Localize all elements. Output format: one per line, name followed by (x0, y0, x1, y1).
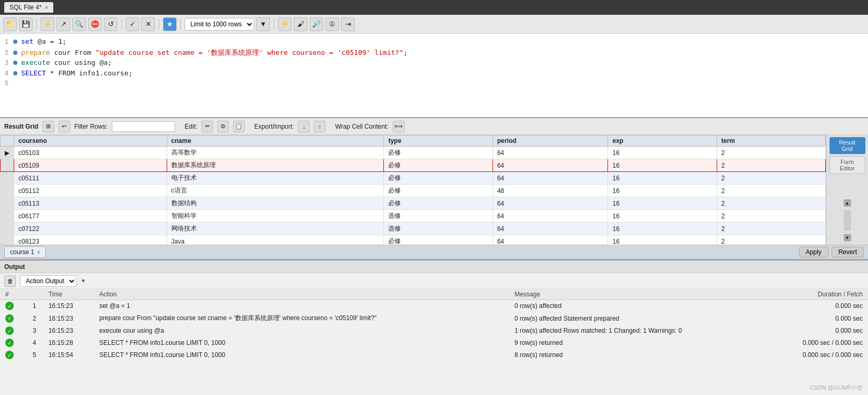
form-editor-panel-btn[interactable]: Form Editor (830, 156, 865, 174)
edit-paste-btn[interactable]: 📋 (233, 121, 245, 132)
title-tab-close[interactable]: × (45, 4, 48, 11)
output-row-time: 16:15:28 (43, 337, 94, 349)
output-clear-btn[interactable]: 🗑 (4, 275, 16, 287)
line-dot (12, 51, 19, 55)
code-content: prepare cour From "update course set cna… (19, 48, 408, 57)
output-col-action: Action (94, 289, 509, 300)
revert-button[interactable]: Revert (832, 247, 864, 257)
code-line: 2prepare cour From "update course set cn… (0, 47, 868, 58)
output-row-action: execute cour using @a (94, 325, 509, 337)
output-row-num: 2 (27, 312, 43, 325)
output-row-message: 8 row(s) returned (509, 349, 766, 361)
output-section: Output 🗑 Action Output ▼ # Time Action M… (0, 259, 868, 395)
output-row: ✓416:15:28SELECT * FROM info1.course LIM… (0, 337, 868, 349)
table-row[interactable]: ▶c05103高等数学必修64162 (1, 147, 826, 159)
table-row[interactable]: c05109数据库系统原理必修64162 (1, 159, 826, 172)
table-cell: 必修 (384, 172, 493, 185)
filter-input[interactable] (112, 121, 175, 132)
num-btn[interactable]: ① (325, 17, 339, 31)
output-table: # Time Action Message Duration / Fetch ✓… (0, 289, 868, 361)
course-tab[interactable]: course 1 × (4, 246, 46, 258)
cursor-btn[interactable]: ↗ (56, 17, 70, 31)
table-cell: 必修 (384, 235, 493, 245)
table-row[interactable]: c05111电子技术必修64162 (1, 172, 826, 185)
table-cell: 2 (717, 172, 825, 185)
grid-view-btn[interactable]: ⊞ (43, 121, 54, 132)
result-grid-panel-btn[interactable]: Result Grid (830, 137, 865, 154)
action-output-select[interactable]: Action Output (20, 275, 76, 287)
row-arrow-cell: ▶ (1, 147, 14, 159)
brush-btn[interactable]: 🖌 (294, 17, 307, 31)
output-table-container[interactable]: # Time Action Message Duration / Fetch ✓… (0, 289, 868, 395)
refresh-btn[interactable]: ↺ (104, 17, 118, 31)
output-row: ✓516:15:54SELECT * FROM info1.course LIM… (0, 349, 868, 361)
table-cell: 必修 (384, 147, 493, 159)
title-tab-label: SQL File 4* (9, 4, 42, 11)
edit-pencil-btn[interactable]: ✏ (201, 121, 213, 132)
scroll-down-btn[interactable]: ▼ (844, 234, 851, 242)
table-cell: c05113 (14, 197, 167, 210)
line-dot (12, 40, 19, 44)
code-editor[interactable]: 1set @a = 1;2prepare cour From "update c… (0, 34, 868, 118)
export-btn[interactable]: ⇥ (341, 17, 355, 31)
table-row[interactable]: c05113数据结构必修64162 (1, 197, 826, 210)
table-cell: 选修 (384, 210, 493, 223)
stop-btn[interactable]: ⛔ (88, 17, 102, 31)
save-btn[interactable]: 💾 (19, 17, 33, 31)
dropdown-btn[interactable]: ▼ (256, 17, 270, 31)
export-icon-btn[interactable]: ↓ (298, 121, 310, 132)
table-cell: 2 (717, 197, 825, 210)
course-tab-close[interactable]: × (37, 249, 40, 255)
star-btn[interactable]: ★ (163, 17, 177, 31)
output-toolbar: 🗑 Action Output ▼ (0, 273, 868, 289)
title-tab[interactable]: SQL File 4* × (4, 2, 53, 13)
wrap-icon-btn[interactable]: ⟺ (393, 121, 404, 132)
output-row-message: 0 row(s) affected (509, 300, 766, 312)
check-btn[interactable]: ✓ (126, 17, 139, 31)
course-tab-label: course 1 (10, 248, 34, 256)
table-row[interactable]: c08123Java必修64162 (1, 235, 826, 245)
output-row-action: SELECT * FROM info1.course LIMIT 0, 1000 (94, 349, 509, 361)
success-icon-cell: ✓ (0, 325, 27, 337)
lightning2-btn[interactable]: ⚡ (278, 17, 292, 31)
stop2-btn[interactable]: ✕ (141, 17, 155, 31)
open-folder-btn[interactable]: 📁 (3, 17, 17, 31)
result-table: coursenocnametypeperiodexpterm ▶c05103高等… (0, 135, 826, 245)
table-cell: c06177 (14, 210, 167, 223)
result-table-container[interactable]: coursenocnametypeperiodexpterm ▶c05103高等… (0, 135, 826, 245)
table-row[interactable]: c05112c语言必修48162 (1, 185, 826, 197)
result-col-exp: exp (608, 136, 717, 147)
table-cell: 2 (717, 210, 825, 223)
wrap-btn[interactable]: ↩ (59, 121, 70, 132)
row-arrow-cell (1, 159, 14, 172)
apply-button[interactable]: Apply (799, 247, 828, 257)
line-number: 5 (0, 80, 12, 87)
search-btn[interactable]: 🔍 (72, 17, 86, 31)
output-row-action: prepare cour From "update course set cna… (94, 312, 509, 325)
limit-select[interactable]: Limit to 1000 rows (185, 18, 254, 31)
output-row-duration: 0.000 sec (766, 300, 868, 312)
table-cell: 16 (608, 210, 717, 223)
row-arrow-cell (1, 223, 14, 235)
table-cell: 2 (717, 159, 825, 172)
table-row[interactable]: c06177智能科学选修64162 (1, 210, 826, 223)
table-row[interactable]: c07122网络技术选修64162 (1, 223, 826, 235)
execute-btn[interactable]: ⚡ (41, 17, 54, 31)
import-icon-btn[interactable]: ↑ (314, 121, 325, 132)
output-row-duration: 0.000 sec / 0.000 sec (766, 349, 868, 361)
result-col-courseno: courseno (14, 136, 167, 147)
output-row-message: 9 row(s) returned (509, 337, 766, 349)
wrap-label: Wrap Cell Content: (335, 123, 388, 130)
code-content: execute cour using @a; (19, 59, 112, 66)
result-col-type: type (384, 136, 493, 147)
table-cell: 数据结构 (167, 197, 384, 210)
line-number: 4 (0, 70, 12, 77)
output-row-message: 1 row(s) affected Rows matched: 1 Change… (509, 325, 766, 337)
search2-btn[interactable]: 🔎 (310, 17, 323, 31)
table-cell: 2 (717, 223, 825, 235)
edit-copy-btn[interactable]: ⧉ (217, 121, 229, 132)
output-row: ✓316:15:23execute cour using @a1 row(s) … (0, 325, 868, 337)
result-grid-label: Result Grid (4, 123, 38, 130)
right-panel: Result Grid Form Editor ▲ ▼ (826, 135, 868, 245)
scroll-up-btn[interactable]: ▲ (844, 199, 851, 207)
